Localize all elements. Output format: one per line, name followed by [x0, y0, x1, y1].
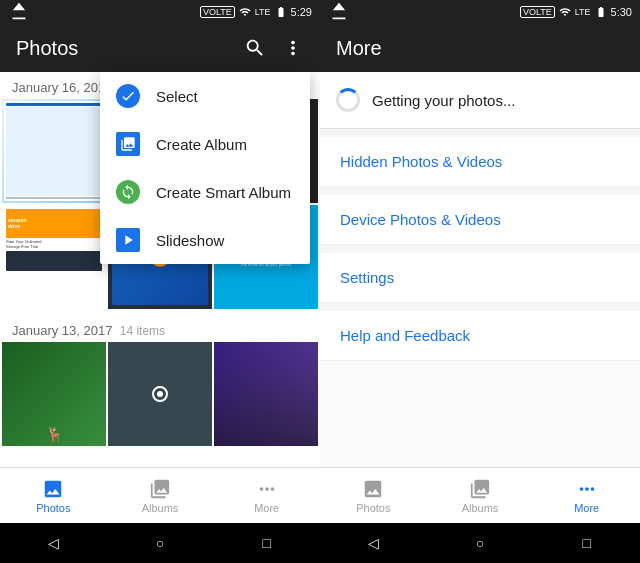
left-status-bar: VOLTE LTE 5:29 [0, 0, 320, 24]
album-icon [116, 132, 140, 156]
help-feedback-item[interactable]: Help and Feedback [320, 311, 640, 361]
left-page-title: Photos [16, 37, 78, 60]
more-vert-icon[interactable] [282, 37, 304, 59]
loading-section: Getting your photos... [320, 72, 640, 129]
right-photos-nav-icon [362, 478, 384, 500]
volte-label: VOLTE [200, 6, 235, 18]
photo-thumb[interactable]: amazondrive Start Your UnlimitedStorage … [2, 205, 106, 309]
photo-thumb[interactable] [108, 342, 212, 446]
right-status-bar: VOLTE LTE 5:30 [320, 0, 640, 24]
hidden-photos-item[interactable]: Hidden Photos & Videos [320, 137, 640, 187]
dropdown-select-label: Select [156, 88, 198, 105]
left-time: 5:29 [291, 6, 312, 18]
dropdown-slideshow-label: Slideshow [156, 232, 224, 249]
right-status-right: VOLTE LTE 5:30 [520, 6, 632, 18]
dropdown-create-album-label: Create Album [156, 136, 247, 153]
right-nav-photos[interactable]: Photos [320, 468, 427, 523]
right-nav-albums-label: Albums [462, 502, 499, 514]
loading-spinner [336, 88, 360, 112]
dropdown-menu: Select Create Album Create Smart Album S… [100, 72, 310, 264]
right-albums-nav-icon [469, 478, 491, 500]
loading-text: Getting your photos... [372, 92, 515, 109]
right-time: 5:30 [611, 6, 632, 18]
section-2: January 13, 2017 14 items 🦌 [0, 317, 320, 446]
status-bar-left [8, 1, 30, 23]
smart-album-icon [116, 180, 140, 204]
divider-1 [320, 129, 640, 137]
nav-more[interactable]: More [213, 468, 320, 523]
divider-3 [320, 245, 640, 253]
right-nav-photos-label: Photos [356, 502, 390, 514]
dropdown-create-album[interactable]: Create Album [100, 120, 310, 168]
device-photos-item[interactable]: Device Photos & Videos [320, 195, 640, 245]
right-back-button[interactable]: ◁ [358, 528, 388, 558]
check-circle-icon [116, 84, 140, 108]
search-icon[interactable] [244, 37, 266, 59]
dropdown-create-smart-album[interactable]: Create Smart Album [100, 168, 310, 216]
home-button[interactable]: ○ [145, 528, 175, 558]
right-more-nav-icon [576, 478, 598, 500]
more-nav-icon [256, 478, 278, 500]
left-top-bar: Photos [0, 24, 320, 72]
right-lte-label: LTE [575, 7, 591, 17]
lte-label: LTE [255, 7, 271, 17]
photos-nav-icon [42, 478, 64, 500]
left-panel: VOLTE LTE 5:29 Photos January 16, 2017 [0, 0, 320, 563]
right-nav-more[interactable]: More [533, 468, 640, 523]
nav-more-label: More [254, 502, 279, 514]
nav-albums[interactable]: Albums [107, 468, 214, 523]
date-label-2: January 13, 2017 14 items [0, 317, 320, 342]
play-icon [116, 228, 140, 252]
more-content: Getting your photos... Hidden Photos & V… [320, 72, 640, 467]
nav-photos-label: Photos [36, 502, 70, 514]
settings-item[interactable]: Settings [320, 253, 640, 303]
photo-grid-2: 🦌 [0, 342, 320, 446]
right-panel: VOLTE LTE 5:30 More Getting your photos.… [320, 0, 640, 563]
photo-thumb[interactable] [214, 342, 318, 446]
divider-2 [320, 187, 640, 195]
right-top-bar: More [320, 24, 640, 72]
right-home-button[interactable]: ○ [465, 528, 495, 558]
right-nav-albums[interactable]: Albums [427, 468, 534, 523]
right-recents-button[interactable]: □ [572, 528, 602, 558]
recents-button[interactable]: □ [252, 528, 282, 558]
right-system-bar: ◁ ○ □ [320, 523, 640, 563]
left-bottom-nav: Photos Albums More [0, 467, 320, 523]
dropdown-slideshow[interactable]: Slideshow [100, 216, 310, 264]
right-nav-more-label: More [574, 502, 599, 514]
nav-photos[interactable]: Photos [0, 468, 107, 523]
nav-albums-label: Albums [142, 502, 179, 514]
photo-thumb[interactable] [2, 99, 106, 203]
divider-4 [320, 303, 640, 311]
photo-thumb[interactable]: 🦌 [2, 342, 106, 446]
dropdown-select[interactable]: Select [100, 72, 310, 120]
right-status-left [328, 1, 350, 23]
right-bottom-nav: Photos Albums More [320, 467, 640, 523]
back-button[interactable]: ◁ [38, 528, 68, 558]
right-page-title: More [336, 37, 382, 60]
albums-nav-icon [149, 478, 171, 500]
status-bar-right: VOLTE LTE 5:29 [200, 6, 312, 18]
dropdown-smart-album-label: Create Smart Album [156, 184, 291, 201]
right-volte-label: VOLTE [520, 6, 555, 18]
left-system-bar: ◁ ○ □ [0, 523, 320, 563]
